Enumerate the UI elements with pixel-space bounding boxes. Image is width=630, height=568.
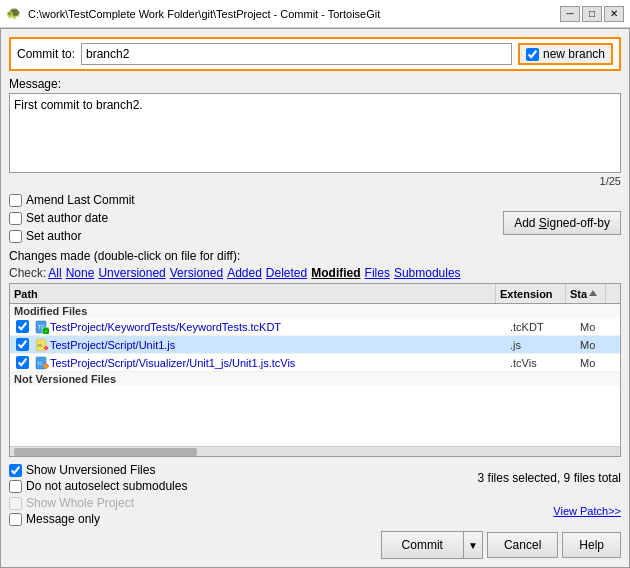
close-button[interactable]: ✕ — [604, 6, 624, 22]
set-author-text: Set author — [26, 229, 81, 243]
commit-to-input[interactable] — [81, 43, 512, 65]
filter-none[interactable]: None — [66, 266, 95, 280]
bottom-section: Show Unversioned Files Do not autoselect… — [9, 463, 621, 559]
extension-column-header[interactable]: Extension — [496, 284, 566, 303]
file-ext-2: .js — [510, 339, 580, 351]
set-author-checkbox[interactable] — [9, 230, 22, 243]
sort-icon — [589, 290, 597, 298]
svg-text:!: ! — [45, 346, 46, 351]
message-counter: 1/25 — [9, 175, 621, 187]
filter-submodules[interactable]: Submodules — [394, 266, 461, 280]
titlebar: 🐢 C:\work\TestComplete Work Folder\git\T… — [0, 0, 630, 28]
filter-all[interactable]: All — [48, 266, 61, 280]
do-not-autoselect-row: Do not autoselect submodules — [9, 479, 187, 493]
add-signed-off-button[interactable]: Add Signed-off-by — [503, 211, 621, 235]
changes-filter-row: Check: All None Unversioned Versioned Ad… — [9, 266, 621, 280]
changes-title: Changes made (double-click on file for d… — [9, 249, 621, 263]
modified-files-group: Modified Files — [10, 304, 620, 318]
commit-button[interactable]: Commit — [382, 532, 464, 558]
new-branch-text: new branch — [543, 47, 605, 61]
view-patch-link[interactable]: View Patch>> — [553, 505, 621, 517]
filter-added[interactable]: Added — [227, 266, 262, 280]
new-branch-checkbox[interactable] — [526, 48, 539, 61]
show-whole-project-checkbox — [9, 497, 22, 510]
action-buttons-row: Commit ▼ Cancel Help — [9, 531, 621, 559]
file-path-2: TestProject/Script/Unit1.js — [50, 339, 510, 351]
filter-modified[interactable]: Modified — [311, 266, 360, 280]
set-author-date-row: Set author date — [9, 211, 108, 225]
set-author-row: Set author — [9, 229, 108, 243]
filter-files[interactable]: Files — [365, 266, 390, 280]
window-controls: ─ □ ✕ — [560, 6, 624, 22]
svg-text:!: ! — [45, 364, 46, 369]
file-status-2: Mo — [580, 339, 620, 351]
amend-label[interactable]: Amend Last Commit — [9, 193, 135, 207]
file-table-body[interactable]: Modified Files TC ✓ — [10, 304, 620, 446]
scrollbar-thumb[interactable] — [14, 448, 197, 456]
amend-checkbox[interactable] — [9, 194, 22, 207]
app-icon: 🐢 — [6, 6, 22, 22]
file-ext-3: .tcVis — [510, 357, 580, 369]
amend-text: Amend Last Commit — [26, 193, 135, 207]
do-not-autoselect-label[interactable]: Do not autoselect submodules — [9, 479, 187, 493]
message-textarea[interactable]: First commit to branch2. — [9, 93, 621, 173]
show-unversioned-row: Show Unversioned Files — [9, 463, 187, 477]
message-label: Message: — [9, 77, 621, 91]
help-button[interactable]: Help — [562, 532, 621, 558]
not-versioned-files-group: Not Versioned Files — [10, 372, 620, 386]
do-not-autoselect-checkbox[interactable] — [9, 480, 22, 493]
filter-versioned[interactable]: Versioned — [170, 266, 223, 280]
svg-marker-0 — [589, 290, 597, 296]
file-table-header: Path Extension Sta — [10, 284, 620, 304]
show-unversioned-text: Show Unversioned Files — [26, 463, 155, 477]
main-window: Commit to: new branch Message: First com… — [0, 28, 630, 568]
commit-dropdown-button[interactable]: ▼ — [464, 532, 482, 558]
table-row[interactable]: TC ! TestProject/Script/Visualizer/Unit1… — [10, 354, 620, 372]
set-author-date-text: Set author date — [26, 211, 108, 225]
file-path-3: TestProject/Script/Visualizer/Unit1_js/U… — [50, 357, 510, 369]
show-whole-project-label: Show Whole Project — [9, 496, 134, 510]
files-summary-row: 3 files selected, 9 files total — [478, 471, 621, 485]
svg-text:TC: TC — [37, 361, 42, 366]
filter-unversioned[interactable]: Unversioned — [98, 266, 165, 280]
filter-deleted[interactable]: Deleted — [266, 266, 307, 280]
show-unversioned-label[interactable]: Show Unversioned Files — [9, 463, 155, 477]
file-path-1: TestProject/KeywordTests/KeywordTests.tc… — [50, 321, 510, 333]
file-status-1: Mo — [580, 321, 620, 333]
message-only-checkbox[interactable] — [9, 513, 22, 526]
signed-off-text: Add Signed-off-by — [514, 216, 610, 230]
horizontal-scrollbar[interactable] — [10, 446, 620, 456]
table-row[interactable]: TC ✓ TestProject/KeywordTests/KeywordTes… — [10, 318, 620, 336]
maximize-button[interactable]: □ — [582, 6, 602, 22]
commit-button-group: Commit ▼ — [381, 531, 483, 559]
amend-option-row: Amend Last Commit — [9, 193, 621, 207]
show-whole-project-text: Show Whole Project — [26, 496, 134, 510]
commit-to-row: Commit to: new branch — [9, 37, 621, 71]
file-type-icon: JS ! — [35, 338, 49, 352]
path-column-header[interactable]: Path — [10, 284, 496, 303]
minimize-button[interactable]: ─ — [560, 6, 580, 22]
file-type-icon: TC ! — [35, 356, 49, 370]
set-author-date-checkbox[interactable] — [9, 212, 22, 225]
files-summary: 3 files selected, 9 files total — [478, 471, 621, 485]
message-section: Message: First commit to branch2. 1/25 — [9, 77, 621, 187]
message-only-row: Message only — [9, 512, 134, 526]
message-only-text: Message only — [26, 512, 100, 526]
file-icon-1: TC ✓ — [34, 320, 50, 334]
signed-off-row: Add Signed-off-by — [503, 211, 621, 235]
set-author-label[interactable]: Set author — [9, 229, 81, 243]
show-whole-project-row: Show Whole Project — [9, 496, 134, 510]
table-row[interactable]: JS ! TestProject/Script/Unit1.js .js Mo — [10, 336, 620, 354]
file-checkbox-3[interactable] — [10, 356, 34, 369]
svg-text:JS: JS — [37, 343, 42, 348]
cancel-button[interactable]: Cancel — [487, 532, 558, 558]
show-unversioned-checkbox[interactable] — [9, 464, 22, 477]
bottom-checkboxes: Show Unversioned Files Do not autoselect… — [9, 463, 187, 493]
file-checkbox-1[interactable] — [10, 320, 34, 333]
status-column-header[interactable]: Sta — [566, 284, 606, 303]
message-only-label[interactable]: Message only — [9, 512, 100, 526]
new-branch-label[interactable]: new branch — [518, 43, 613, 65]
file-checkbox-2[interactable] — [10, 338, 34, 351]
set-author-date-label[interactable]: Set author date — [9, 211, 108, 225]
file-table: Path Extension Sta Modified Files — [9, 283, 621, 457]
